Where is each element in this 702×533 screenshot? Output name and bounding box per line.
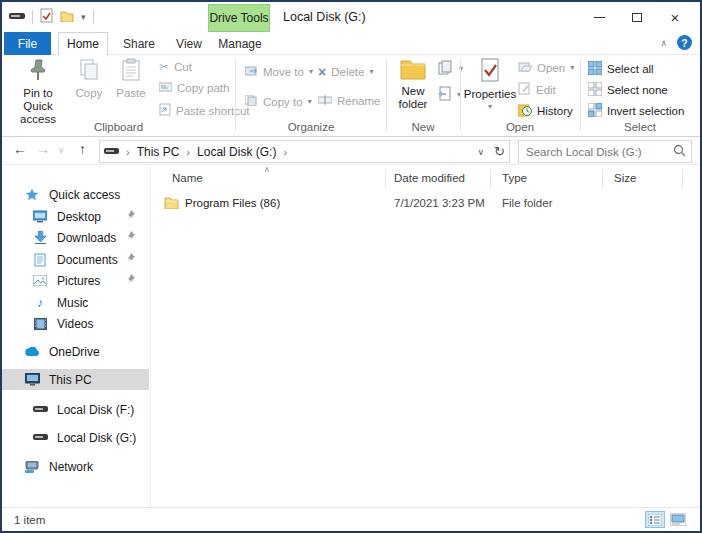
column-separator[interactable]: [602, 170, 603, 188]
sidebar-item-local-disk-g[interactable]: Local Disk (G:): [2, 427, 149, 448]
breadcrumb-local-disk-g[interactable]: Local Disk (G:): [197, 145, 276, 159]
move-to-button[interactable]: Move to ▾: [245, 65, 313, 78]
sidebar-item-onedrive[interactable]: OneDrive: [2, 341, 149, 362]
copy-to-button[interactable]: Copy to ▾: [245, 95, 312, 108]
close-button[interactable]: ×: [656, 2, 694, 32]
address-bar[interactable]: › This PC › Local Disk (G:) › ∨ ↻: [99, 140, 510, 163]
properties-label: Properties: [464, 88, 516, 101]
move-to-label: Move to: [263, 66, 304, 78]
open-button[interactable]: Open ▾: [518, 61, 574, 75]
recent-locations-chevron-icon[interactable]: ∨: [58, 146, 65, 155]
column-header-date-modified[interactable]: Date modified: [394, 172, 465, 184]
pinned-pin-icon: [127, 253, 137, 267]
sidebar-item-videos[interactable]: Videos: [2, 313, 149, 334]
breadcrumb-this-pc[interactable]: This PC: [137, 145, 180, 159]
dropdown-icon: ▾: [308, 98, 312, 106]
select-all-label: Select all: [607, 63, 654, 75]
search-input[interactable]: [524, 145, 673, 159]
select-all-button[interactable]: Select all: [588, 61, 654, 77]
tab-manage[interactable]: Manage: [213, 32, 267, 55]
downloads-icon: [32, 231, 48, 244]
file-explorer-window: ▾ Drive Tools Local Disk (G:) × File Hom…: [0, 0, 702, 533]
address-dropdown-chevron-icon[interactable]: ∨: [478, 147, 485, 157]
invert-selection-button[interactable]: Invert selection: [588, 103, 684, 119]
new-folder-button[interactable]: New folder: [391, 58, 435, 111]
history-button[interactable]: History: [518, 103, 573, 119]
column-separator[interactable]: [490, 170, 491, 188]
history-icon: [518, 103, 532, 119]
copy-button[interactable]: Copy: [70, 58, 108, 100]
sidebar-item-pictures[interactable]: Pictures: [2, 270, 149, 291]
column-separator[interactable]: [682, 170, 683, 188]
drive-icon: [32, 405, 48, 414]
sidebar-item-desktop[interactable]: Desktop: [2, 206, 149, 227]
qat-customize-caret-icon[interactable]: ▾: [81, 13, 86, 22]
properties-icon: [480, 58, 500, 86]
help-icon[interactable]: ?: [677, 35, 692, 50]
sidebar-item-documents[interactable]: Documents: [2, 249, 149, 270]
clipboard-group-label: Clipboard: [2, 121, 235, 133]
properties-check-icon[interactable]: [40, 8, 53, 26]
rename-icon: [318, 95, 332, 107]
edit-button[interactable]: Edit: [518, 82, 556, 97]
sort-ascending-icon: ∧: [264, 165, 270, 174]
pinned-pin-icon: [127, 210, 137, 224]
cut-button[interactable]: ✂ Cut: [159, 61, 192, 73]
up-button[interactable]: ↑: [79, 142, 86, 156]
sidebar-item-local-disk-f[interactable]: Local Disk (F:): [2, 399, 149, 420]
large-icons-view-button[interactable]: [668, 511, 688, 528]
main-content: Quick access Desktop Downloads: [2, 166, 700, 507]
sidebar-item-network[interactable]: Network: [2, 456, 149, 477]
refresh-icon[interactable]: ↻: [494, 145, 505, 158]
sidebar-item-quick-access[interactable]: Quick access: [2, 184, 149, 205]
item-count: 1 item: [14, 514, 45, 526]
forward-button[interactable]: →: [36, 142, 50, 156]
back-button[interactable]: ←: [13, 142, 27, 156]
search-icon[interactable]: [673, 144, 686, 160]
details-view-button[interactable]: [645, 511, 665, 528]
tab-home[interactable]: Home: [58, 32, 108, 56]
tab-file[interactable]: File: [4, 32, 51, 55]
status-bar: 1 item: [2, 507, 700, 531]
select-none-button[interactable]: Select none: [588, 82, 668, 98]
view-toggles: [645, 511, 688, 528]
folder-icon[interactable]: [60, 10, 74, 25]
sidebar-item-downloads[interactable]: Downloads: [2, 227, 149, 248]
search-box[interactable]: [518, 140, 692, 163]
rename-button[interactable]: Rename: [318, 95, 380, 107]
folder-icon: [164, 196, 179, 211]
drive-tools-contextual-tab[interactable]: Drive Tools: [208, 4, 270, 32]
minimize-button[interactable]: [580, 2, 618, 32]
minimize-ribbon-icon[interactable]: ∧: [660, 38, 667, 48]
divider: [32, 10, 33, 24]
sidebar-item-music[interactable]: ♪ Music: [2, 292, 149, 313]
properties-button[interactable]: Properties ▾: [465, 58, 515, 111]
paste-button[interactable]: Paste: [111, 58, 151, 100]
history-label: History: [537, 105, 573, 117]
easy-access-button[interactable]: ▾: [438, 86, 461, 103]
sidebar-item-label: Local Disk (F:): [57, 403, 134, 417]
delete-button[interactable]: × Delete ▾: [318, 65, 373, 79]
rename-label: Rename: [337, 95, 380, 107]
column-separator[interactable]: [385, 170, 386, 188]
move-to-icon: [245, 65, 258, 78]
easy-access-icon: [438, 86, 452, 103]
open-label: Open: [537, 62, 565, 74]
copy-path-label: Copy path: [177, 82, 229, 94]
this-pc-icon: [24, 373, 40, 386]
tab-share[interactable]: Share: [115, 32, 163, 55]
column-header-name[interactable]: Name: [172, 172, 203, 184]
sidebar-item-this-pc[interactable]: This PC: [2, 369, 149, 390]
paste-shortcut-icon: [159, 103, 171, 118]
column-header-size[interactable]: Size: [614, 172, 636, 184]
maximize-button[interactable]: [618, 2, 656, 32]
sidebar-item-label: This PC: [49, 373, 92, 387]
dropdown-icon: ▾: [369, 68, 373, 76]
file-row-program-files[interactable]: Program Files (86) 7/1/2021 3:23 PM File…: [152, 194, 700, 215]
pin-to-quick-access-button[interactable]: Pin to Quick access: [8, 58, 68, 126]
copy-path-button[interactable]: Copy path: [159, 82, 229, 94]
column-header-type[interactable]: Type: [502, 172, 527, 184]
select-all-icon: [588, 61, 602, 77]
tab-view[interactable]: View: [168, 32, 210, 55]
paste-icon: [121, 58, 141, 85]
